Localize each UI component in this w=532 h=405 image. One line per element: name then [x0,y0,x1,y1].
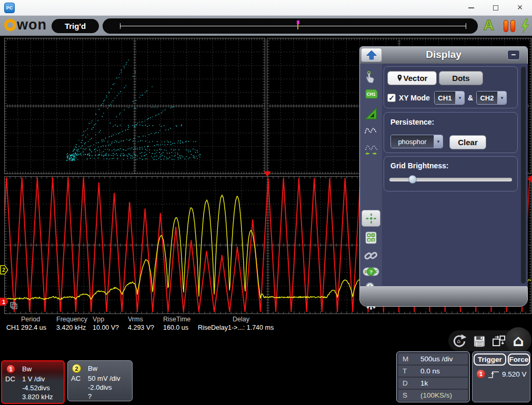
trigger-position-marker[interactable] [264,171,271,177]
ch1-coupling: DC [5,375,15,383]
trigger-status-badge: Trig'd [52,19,99,33]
xy-mode-label: XY Mode [399,94,430,102]
measure-label: Frequency [56,316,87,323]
reference-flag-icon [10,302,17,310]
sampling-wave-icon[interactable] [364,124,378,138]
ch2-number-badge: 2 [72,364,81,373]
draw-mode-section: Vector Dots ✓ XY Mode CH1 ▼ & CH2 ▼ [384,66,518,108]
panel-collapse-button[interactable]: − [507,50,520,60]
slider-thumb[interactable] [408,175,417,184]
scope-screen: 2 1 Display − [0,36,532,405]
chevron-down-icon: ▼ [434,135,443,148]
trigger-level-value: 9.520 V [502,370,527,378]
svg-text:?: ? [369,269,373,275]
measure-channel: CH1 [6,324,19,331]
panel-bottom-cap [360,286,527,306]
clear-persistence-button[interactable]: Clear [449,135,486,149]
rising-edge-icon [487,370,500,379]
ch1-position: -4.52divs [22,384,50,392]
top-toolbar: won Trig'd A [0,16,532,36]
calculator-icon[interactable] [364,231,378,245]
grid-brightness-slider[interactable] [389,178,512,181]
ch2-position: -2.0divs [88,383,112,391]
logo-text: won [17,19,47,31]
timebase-row[interactable]: S (100KS/s) [398,390,468,401]
measure-value: 4.293 V? [128,324,154,331]
cursor-cross-icon[interactable] [362,210,380,227]
pass-fail-icon[interactable]: P F ? [363,266,379,280]
panel-scrollbar[interactable] [521,67,526,284]
persistence-section: Persistence: phosphor ▼ Clear [384,112,518,153]
link-icon[interactable] [364,249,378,262]
ch2-scale: 50 mV /div [88,374,120,382]
ch1-bandwidth: Bw [22,365,32,373]
ch1-number-badge: 1 [6,364,15,373]
xy-mode-checkbox[interactable]: ✓ [387,94,396,102]
timebase-row[interactable]: D 1k [398,378,468,389]
maximize-button[interactable] [484,0,507,15]
timebase-row[interactable]: M 500us /div [398,353,468,364]
dots-mode-button[interactable]: Dots [439,71,483,85]
home-icon[interactable]: ⌂ [505,327,531,353]
autoscale-wave-icon[interactable] [364,143,378,156]
panel-title: Display [360,49,527,60]
xy-mode-row: ✓ XY Mode CH1 ▼ & CH2 ▼ [387,89,517,106]
ch1-position-marker[interactable]: 1 [0,297,9,307]
persistence-select[interactable]: phosphor ▼ [390,135,443,148]
svg-text:F: F [375,269,378,275]
measure-delay-value: RiseDelay1->...: 1.740 ms [198,324,274,331]
record-trigger-marker[interactable] [297,21,299,24]
measure-ruler-icon[interactable] [364,107,378,120]
ch2-coupling: AC [71,374,81,382]
horizontal-position-bar[interactable] [103,18,478,34]
svg-text:2: 2 [2,267,5,273]
timebase-row[interactable]: T 0.0 ns [398,366,468,377]
ch2-settings-box[interactable]: 2 Bw AC 50 mV /div -2.0divs ? [67,360,133,401]
force-trigger-button[interactable]: Force [508,353,530,366]
svg-text:⌂: ⌂ [457,338,460,345]
measure-label: Period [21,316,40,323]
xy-plot [5,38,265,174]
svg-text:CH1: CH1 [367,92,376,97]
persistence-label: Persistence: [390,118,434,126]
trigger-box: Trigger Force 1 9.520 V [472,351,530,402]
vector-label: Vector [404,74,428,83]
close-button[interactable]: × [508,0,531,15]
grid-brightness-section: Grid Brightness: [384,156,518,191]
save-icon[interactable] [470,332,488,350]
touch-pointer-icon[interactable] [364,70,378,84]
ch1-settings-box[interactable]: 1 Bw DC 1 V /div -4.52divs 3.820 kHz [1,360,65,404]
owon-oscilloscope-app: PC × won Trig'd A [0,0,532,405]
window-titlebar: PC × [0,0,532,16]
grid-brightness-label: Grid Brightness: [390,161,448,170]
ch2-frequency: ? [88,392,92,400]
run-stop-pause-icon[interactable] [504,20,515,32]
panel-content: Vector Dots ✓ XY Mode CH1 ▼ & CH2 ▼ [382,64,528,287]
logo-o-ring [4,19,16,31]
record-span-line [120,26,466,26]
xy-ch2-select[interactable]: CH2 ▼ [476,91,507,105]
ch1-scale: 1 V /div [22,375,45,383]
autoset-icon[interactable]: A [484,17,494,34]
timebase-box[interactable]: M 500us /div T 0.0 ns D 1k S (100KS/s) [396,351,470,402]
lightning-icon[interactable] [520,18,530,36]
xy-ch1-select[interactable]: CH1 ▼ [434,91,465,105]
chevron-down-icon: ▼ [497,92,506,104]
pin-icon [397,74,403,82]
trigger-menu-button[interactable]: Trigger [474,353,506,366]
vector-mode-button[interactable]: Vector [387,71,437,85]
factory-reset-icon[interactable]: ⌂ [450,332,468,350]
channel-ch1-icon[interactable]: CH1 [364,89,378,103]
ch2-position-marker[interactable]: 2 [0,265,8,275]
measure-value: 10.00 V? [93,324,119,331]
measure-value: 3.420 kHz [56,324,86,331]
minimize-button[interactable] [459,0,483,15]
app-icon: PC [4,3,15,13]
measure-value: 292.4 us [21,324,46,331]
panel-icon-column: CH1 [360,64,382,286]
record-trigger-tick [297,24,298,29]
xy-display-window [4,38,265,174]
chevron-down-icon: ▼ [455,92,464,104]
owon-logo: won [4,19,47,31]
svg-text:1: 1 [2,299,5,305]
